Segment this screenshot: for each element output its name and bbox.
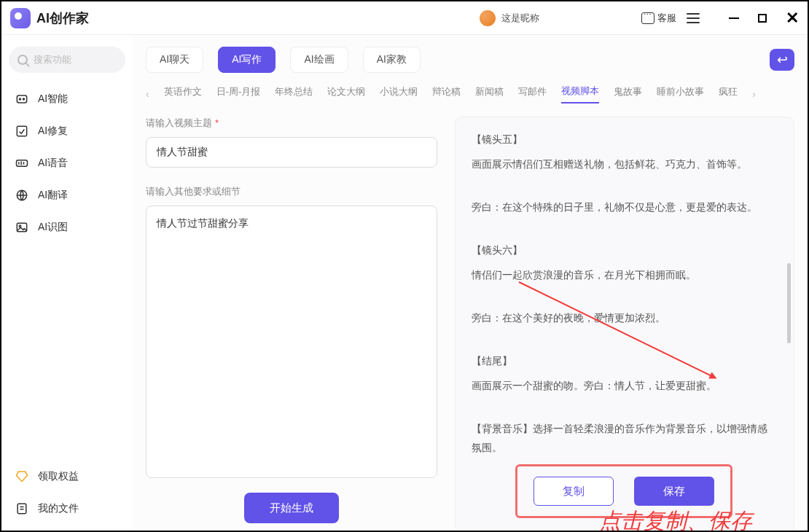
titlebar: AI创作家 这是昵称 客服 ✕	[1, 1, 808, 35]
translate-icon	[15, 188, 29, 203]
svg-rect-3	[17, 126, 26, 136]
svg-point-2	[23, 98, 25, 100]
tab-ai-chat[interactable]: AI聊天	[146, 47, 203, 73]
customer-service-button[interactable]: 客服	[641, 12, 676, 25]
sidebar-item-ai-repair[interactable]: AI修复	[9, 115, 125, 147]
topic-label: 请输入视频主题*	[146, 117, 437, 130]
window-controls: ✕	[729, 14, 799, 23]
minimize-button[interactable]	[729, 17, 739, 19]
sidebar-item-ai-translate[interactable]: AI翻译	[9, 179, 125, 211]
chevron-left-icon[interactable]: ‹	[146, 88, 149, 100]
search-placeholder: 搜索功能	[34, 53, 71, 66]
sidebar-item-label: AI语音	[38, 157, 68, 170]
app-title: AI创作家	[36, 9, 89, 27]
avatar[interactable]	[480, 10, 496, 26]
subtab-debate[interactable]: 辩论稿	[432, 85, 461, 103]
sidebar-item-benefits[interactable]: 领取权益	[9, 461, 125, 493]
menu-icon[interactable]	[687, 13, 700, 23]
subtab-crazy[interactable]: 疯狂	[719, 85, 738, 103]
service-label: 客服	[657, 12, 676, 25]
return-button[interactable]: ↩	[770, 49, 794, 71]
tab-ai-tutor[interactable]: AI家教	[363, 47, 421, 73]
input-column: 请输入视频主题* 请输入其他要求或细节 情人节过节甜蜜分享 开始生成	[146, 117, 437, 532]
chat-icon	[641, 12, 654, 24]
diamond-icon	[15, 469, 29, 484]
image-icon	[15, 220, 29, 235]
subtab-video-script[interactable]: 视频脚本	[561, 85, 599, 103]
robot-icon	[15, 92, 29, 106]
maximize-button[interactable]	[758, 14, 767, 23]
sidebar-item-label: AI翻译	[38, 189, 68, 202]
end-body: 画面展示一个甜蜜的吻。旁白：情人节，让爱更甜蜜。	[472, 377, 776, 396]
detail-label: 请输入其他要求或细节	[146, 185, 437, 198]
sidebar-item-label: AI智能	[38, 93, 68, 106]
sidebar-item-ai-smart[interactable]: AI智能	[9, 83, 125, 115]
sidebar-item-label: AI识图	[38, 221, 68, 234]
subtab-news[interactable]: 新闻稿	[475, 85, 504, 103]
shot5-title: 【镜头五】	[472, 130, 776, 149]
sidebar-item-ai-voice[interactable]: AI语音	[9, 147, 125, 179]
repair-icon	[15, 124, 29, 138]
app-logo-icon	[10, 8, 31, 28]
sidebar-item-ai-image[interactable]: AI识图	[9, 211, 125, 243]
subtab-email[interactable]: 写邮件	[518, 85, 547, 103]
nickname: 这是昵称	[501, 12, 539, 25]
subtab-english-essay[interactable]: 英语作文	[164, 85, 202, 103]
end-title: 【结尾】	[472, 352, 776, 371]
bgm-text: 【背景音乐】选择一首轻柔浪漫的音乐作为背景音乐，以增强情感氛围。	[472, 420, 776, 453]
topic-input[interactable]	[146, 137, 437, 168]
annotation-text: 点击复制、保存	[599, 506, 752, 532]
copy-button[interactable]: 复制	[534, 477, 614, 506]
shot6-title: 【镜头六】	[472, 241, 776, 260]
sidebar: 搜索功能 AI智能 AI修复 AI语音 AI翻译 AI识图 领取权益	[1, 35, 133, 532]
detail-textarea[interactable]: 情人节过节甜蜜分享	[146, 206, 437, 478]
svg-rect-8	[17, 504, 26, 513]
subtab-report[interactable]: 日-周-月报	[216, 85, 261, 103]
shot5-body: 画面展示情侣们互相赠送礼物，包括鲜花、巧克力、首饰等。	[472, 155, 776, 174]
save-button[interactable]: 保存	[634, 477, 714, 506]
svg-rect-6	[17, 223, 26, 232]
search-input[interactable]: 搜索功能	[9, 47, 125, 73]
generate-button[interactable]: 开始生成	[244, 493, 339, 523]
chevron-right-icon[interactable]: ›	[752, 88, 756, 100]
output-panel: 【镜头五】 画面展示情侣们互相赠送礼物，包括鲜花、巧克力、首饰等。 旁白：在这个…	[455, 117, 794, 532]
sidebar-item-myfiles[interactable]: 我的文件	[9, 493, 125, 525]
main-panel: AI聊天 AI写作 AI绘画 AI家教 ↩ ‹ 英语作文 日-周-月报 年终总结…	[133, 35, 808, 532]
subtab-bedtime-story[interactable]: 睡前小故事	[657, 85, 704, 103]
svg-rect-4	[17, 160, 28, 166]
sidebar-item-label: 我的文件	[38, 502, 79, 515]
file-icon	[15, 501, 29, 516]
subtab-summary[interactable]: 年终总结	[275, 85, 313, 103]
sidebar-item-label: AI修复	[38, 125, 68, 138]
sub-tabs: ‹ 英语作文 日-周-月报 年终总结 论文大纲 小说大纲 辩论稿 新闻稿 写邮件…	[146, 82, 794, 106]
subtab-novel[interactable]: 小说大纲	[380, 85, 418, 103]
shot6-body: 情侣们一起欣赏浪漫的音乐，在月光下相拥而眠。	[472, 266, 776, 285]
tab-ai-write[interactable]: AI写作	[218, 47, 275, 73]
output-text: 【镜头五】 画面展示情侣们互相赠送礼物，包括鲜花、巧克力、首饰等。 旁白：在这个…	[472, 130, 776, 453]
tab-ai-draw[interactable]: AI绘画	[290, 47, 348, 73]
shot6-vo: 旁白：在这个美好的夜晚，爱情更加浓烈。	[472, 309, 776, 328]
search-icon	[17, 55, 28, 65]
subtab-ghost-story[interactable]: 鬼故事	[614, 85, 642, 103]
subtab-thesis[interactable]: 论文大纲	[327, 85, 365, 103]
svg-rect-0	[17, 95, 26, 103]
scrollbar[interactable]	[787, 263, 791, 343]
top-tabs: AI聊天 AI写作 AI绘画 AI家教 ↩	[146, 47, 794, 73]
svg-point-1	[20, 98, 21, 100]
close-button[interactable]: ✕	[786, 14, 799, 23]
sidebar-item-label: 领取权益	[38, 470, 79, 483]
shot5-vo: 旁白：在这个特殊的日子里，礼物不仅是心意，更是爱的表达。	[472, 198, 776, 217]
voice-icon	[15, 156, 29, 171]
